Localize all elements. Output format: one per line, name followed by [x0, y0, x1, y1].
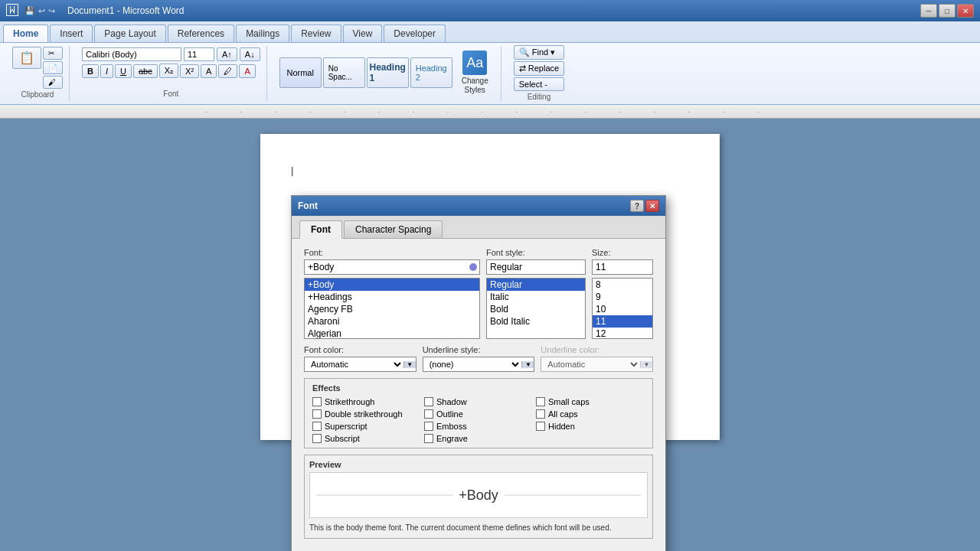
underline-style-dropdown[interactable]: (none) ▼ — [423, 357, 535, 372]
bold-button[interactable]: B — [82, 64, 99, 78]
tab-home[interactable]: Home — [3, 24, 48, 42]
maximize-button[interactable]: □ — [939, 4, 956, 18]
underline-button[interactable]: U — [115, 64, 132, 78]
font-list-group: +Body +Headings Agency FB Aharoni Algeri… — [304, 278, 480, 339]
outline-checkbox[interactable] — [424, 409, 433, 419]
paste-button[interactable]: 📋 — [12, 47, 41, 69]
size-list-item-8[interactable]: 8 — [593, 279, 652, 291]
font-color-button[interactable]: A — [239, 64, 255, 78]
font-list-item-headings[interactable]: +Headings — [305, 291, 479, 303]
shadow-checkbox[interactable] — [424, 397, 433, 406]
tab-developer[interactable]: Developer — [384, 24, 446, 42]
style-list-item-bold-italic[interactable]: Bold Italic — [487, 315, 585, 328]
underline-style-select[interactable]: (none) — [423, 357, 522, 371]
effects-grid: Strikethrough Shadow Small caps Double s… — [312, 397, 645, 443]
font-color-dropdown[interactable]: Automatic ▼ — [304, 357, 416, 372]
style-list-item-italic[interactable]: Italic — [487, 291, 585, 303]
style-no-spacing-button[interactable]: No Spac... — [323, 57, 365, 88]
ribbon-content: 📋 ✂ 📄 🖌 Clipboard A↑ A↓ B — [0, 42, 980, 104]
select-button[interactable]: Select - — [514, 77, 564, 91]
dialog-help-button[interactable]: ? — [630, 200, 644, 212]
tab-insert[interactable]: Insert — [50, 24, 93, 42]
strikethrough-button[interactable]: abc — [133, 64, 158, 78]
font-list-item-body[interactable]: +Body — [305, 279, 479, 291]
emboss-checkbox[interactable] — [424, 422, 433, 431]
engrave-checkbox[interactable] — [424, 434, 433, 443]
style-heading2-button[interactable]: Heading 2 — [410, 57, 452, 88]
font-list-item-algerian[interactable]: Algerian — [305, 328, 479, 339]
font-list-item-agency[interactable]: Agency FB — [305, 303, 479, 315]
size-list-item-9[interactable]: 9 — [593, 291, 652, 303]
format-painter-button[interactable]: 🖌 — [43, 76, 63, 89]
hidden-checkbox[interactable] — [536, 422, 545, 431]
tab-references[interactable]: References — [168, 24, 234, 42]
superscript-checkbox[interactable] — [312, 422, 322, 431]
dialog-tab-character-spacing[interactable]: Character Spacing — [344, 220, 443, 238]
font-name-input[interactable] — [82, 47, 181, 61]
copy-button[interactable]: 📄 — [43, 61, 63, 74]
cut-button[interactable]: ✂ — [43, 47, 63, 60]
change-styles-label: ChangeStyles — [462, 77, 488, 95]
size-list-item-11[interactable]: 11 — [593, 315, 652, 328]
underline-row: Font color: Automatic ▼ Underline style:… — [304, 345, 653, 372]
double-strikethrough-checkbox[interactable] — [312, 409, 322, 419]
style-normal-button[interactable]: Normal — [279, 57, 322, 88]
ribbon-group-styles: Normal No Spac... Heading 1 Heading 2 Aa… — [273, 46, 501, 101]
font-style-field[interactable] — [486, 259, 586, 275]
style-heading1-button[interactable]: Heading 1 — [367, 57, 409, 88]
all-caps-checkbox[interactable] — [536, 409, 545, 419]
effects-section: Effects Strikethrough Shadow Small caps — [304, 378, 653, 448]
style-list-box[interactable]: Regular Italic Bold Bold Italic — [486, 278, 586, 339]
size-list-group: 8 9 10 11 12 — [592, 278, 653, 339]
strikethrough-checkbox[interactable] — [312, 397, 322, 406]
subscript-checkbox[interactable] — [312, 434, 322, 443]
change-styles-button[interactable]: Aa ChangeStyles — [456, 47, 495, 98]
italic-button[interactable]: I — [100, 64, 113, 78]
title-bar-controls: ─ □ ✕ — [920, 4, 974, 18]
font-color-select[interactable]: Automatic — [305, 357, 403, 371]
effect-all-caps: All caps — [536, 409, 645, 419]
dialog-tab-font[interactable]: Font — [299, 220, 342, 239]
small-caps-checkbox[interactable] — [536, 397, 545, 406]
font-list-box[interactable]: +Body +Headings Agency FB Aharoni Algeri… — [304, 278, 480, 339]
tab-page-layout[interactable]: Page Layout — [94, 24, 165, 42]
preview-lines: +Body — [310, 487, 647, 504]
font-label: Font: — [304, 248, 480, 257]
subscript-button[interactable]: X₂ — [159, 64, 178, 78]
tab-review[interactable]: Review — [291, 24, 341, 42]
replace-button[interactable]: ⇄ Replace — [514, 61, 564, 76]
underline-color-select[interactable]: Automatic — [541, 357, 640, 371]
ribbon-tabs: Home Insert Page Layout References Maili… — [0, 21, 980, 42]
font-color-group: Font color: Automatic ▼ — [304, 345, 416, 372]
font-size-field[interactable] — [592, 259, 653, 275]
change-styles-icon: Aa — [462, 51, 487, 75]
size-list-item-12[interactable]: 12 — [593, 328, 652, 339]
font-name-field[interactable] — [304, 259, 480, 275]
dialog-body: Font: Font style: Size: — [292, 238, 665, 551]
style-list-item-bold[interactable]: Bold — [487, 303, 585, 315]
shrink-font-button[interactable]: A↓ — [240, 47, 260, 61]
close-button[interactable]: ✕ — [957, 4, 974, 18]
effect-engrave: Engrave — [424, 434, 533, 443]
underline-color-dropdown[interactable]: Automatic ▼ — [541, 357, 653, 372]
style-list-item-regular[interactable]: Regular — [487, 279, 585, 291]
superscript-button[interactable]: X² — [180, 64, 199, 78]
tab-mailings[interactable]: Mailings — [236, 24, 289, 42]
preview-text: +Body — [459, 487, 498, 504]
font-size-input[interactable] — [184, 47, 214, 61]
minimize-button[interactable]: ─ — [920, 4, 937, 18]
find-button[interactable]: 🔍 Find ▾ — [514, 45, 564, 60]
dialog-close-button[interactable]: ✕ — [645, 200, 659, 212]
font-color-label: Font color: — [304, 345, 416, 354]
font-list-item-aharoni[interactable]: Aharoni — [305, 315, 479, 328]
underline-style-arrow: ▼ — [521, 361, 534, 368]
dialog-titlebar-controls: ? ✕ — [630, 200, 659, 212]
text-effects-button[interactable]: A — [201, 64, 217, 78]
ribbon-group-editing: 🔍 Find ▾ ⇄ Replace Select - Editing — [508, 46, 570, 101]
size-list-item-10[interactable]: 10 — [593, 303, 652, 315]
grow-font-button[interactable]: A↑ — [217, 47, 237, 61]
highlight-button[interactable]: 🖊 — [218, 64, 237, 78]
size-list-box[interactable]: 8 9 10 11 12 — [592, 278, 653, 339]
effect-superscript: Superscript — [312, 422, 421, 431]
tab-view[interactable]: View — [343, 24, 383, 42]
